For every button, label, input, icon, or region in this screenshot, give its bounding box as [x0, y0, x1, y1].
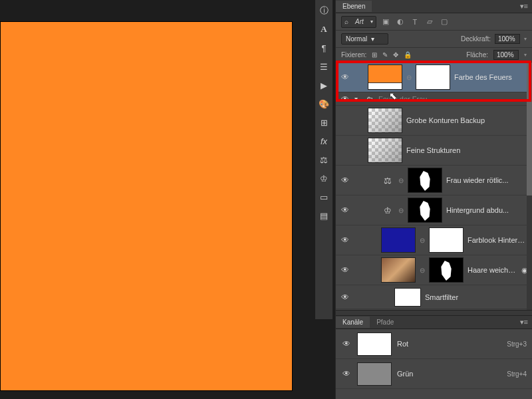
channel-name: Rot — [397, 340, 501, 348]
link-icon[interactable]: ⊖ — [420, 267, 425, 274]
palette-icon[interactable]: 🎨 — [317, 97, 331, 110]
panel-menu-icon[interactable]: ▾≡ — [516, 2, 532, 11]
stack-icon[interactable]: ▤ — [317, 209, 331, 222]
layer-name[interactable]: Frau wieder rötlic... — [446, 176, 528, 184]
channel-thumbnail[interactable] — [357, 332, 392, 356]
scales-icon[interactable]: ⚖ — [317, 153, 331, 166]
paragraph-icon[interactable]: ¶ — [317, 41, 331, 55]
visibility-icon[interactable]: 👁 — [340, 176, 350, 185]
filter-smart-icon[interactable]: ▢ — [439, 17, 450, 26]
link-icon[interactable]: ⊖ — [420, 237, 425, 244]
link-icon[interactable]: ⊖ — [406, 74, 412, 81]
link-icon[interactable]: ⊖ — [398, 177, 404, 184]
grid-icon[interactable]: ⊞ — [317, 116, 331, 129]
layer-row[interactable]: 👁 ⊖ Haare weichz... ◉ — [336, 255, 532, 285]
visibility-icon[interactable]: 👁 — [340, 265, 350, 275]
play-icon[interactable]: ▶ — [317, 78, 331, 92]
layer-thumbnail[interactable] — [381, 257, 416, 283]
balance-icon: ⚖ — [381, 176, 394, 186]
mask-thumbnail[interactable] — [429, 257, 464, 283]
layer-row[interactable]: 👁 ⚖ ⊖ Frau wieder rötlic... — [336, 166, 532, 196]
lock-transparency-icon[interactable]: ⊞ — [372, 51, 377, 59]
layer-thumbnail[interactable] — [381, 227, 416, 253]
layer-row[interactable]: 👁 ▾ 🗀 Feuer der Frau — [336, 92, 532, 106]
fill-label: Fläche: — [466, 51, 488, 59]
lock-row: Fixieren: ⊞ ✎ ✥ 🔒 Fläche: 100% ▾ — [336, 48, 532, 63]
fx-icon[interactable]: fx — [317, 134, 331, 148]
layer-thumbnail[interactable] — [368, 138, 402, 163]
mask-thumbnail[interactable] — [408, 198, 442, 223]
channel-row[interactable]: 👁 Grün Strg+4 — [336, 359, 532, 389]
layer-row[interactable]: Grobe Konturen Backup — [336, 106, 532, 136]
chevron-down-icon[interactable]: ▾ — [524, 36, 527, 42]
crown-icon[interactable]: ♔ — [317, 172, 331, 185]
link-icon[interactable]: ⊖ — [398, 207, 404, 214]
mask-thumbnail[interactable] — [416, 65, 450, 90]
layer-name[interactable]: Farblook Hintergr... — [467, 236, 528, 244]
blend-mode-select[interactable]: Normal ▾ — [341, 33, 388, 45]
doc-icon[interactable]: ▭ — [317, 190, 331, 203]
chevron-down-icon[interactable]: ▾ — [524, 52, 527, 58]
mask-thumbnail[interactable] — [429, 227, 464, 253]
channel-shortcut: Strg+3 — [507, 340, 527, 348]
channel-name: Grün — [397, 370, 501, 378]
visibility-icon[interactable]: 👁 — [340, 235, 350, 245]
curves-icon: ♔ — [381, 205, 394, 215]
channels-panel: Kanäle Pfade ▾≡ 👁 Rot Strg+3 👁 Grün Strg… — [336, 315, 532, 399]
layer-name[interactable]: Smartfilter — [425, 293, 528, 301]
channel-shortcut: Strg+4 — [507, 370, 527, 378]
mask-thumbnail[interactable] — [394, 288, 421, 307]
layer-row[interactable]: 👁 ⊖ Farblook Hintergr... — [336, 225, 532, 255]
chevron-down-icon: ▾ — [368, 19, 376, 25]
filter-image-icon[interactable]: ▣ — [380, 17, 391, 26]
opacity-input[interactable]: 100% — [495, 34, 520, 44]
tab-paths[interactable]: Pfade — [370, 317, 400, 328]
filter-shape-icon[interactable]: ▱ — [424, 17, 435, 26]
filter-adjust-icon[interactable]: ◐ — [395, 17, 406, 26]
chevron-down-icon[interactable]: ▾ — [354, 95, 362, 102]
layer-thumbnail[interactable] — [368, 65, 402, 90]
vertical-toolbar: ⓘ A ¶ ☰ ▶ 🎨 ⊞ fx ⚖ ♔ ▭ ▤ — [315, 0, 332, 319]
scrollbar[interactable] — [527, 63, 532, 315]
visibility-icon[interactable]: 👁 — [340, 293, 350, 302]
layer-name[interactable]: Feine Strukturen — [406, 146, 528, 154]
layer-thumbnail[interactable] — [368, 108, 402, 133]
filter-text-icon[interactable]: T — [410, 18, 420, 26]
lock-brush-icon[interactable]: ✎ — [382, 51, 388, 59]
layers-panel: Ebenen ▾≡ ⌕ Art ▾ ▣ ◐ T ▱ ▢ Normal ▾ Dec… — [335, 0, 532, 399]
layer-name[interactable]: Farbe des Feuers — [454, 73, 528, 81]
layer-row[interactable]: 👁 ⊖ Farbe des Feuers — [336, 63, 532, 92]
filter-toolbar: ⌕ Art ▾ ▣ ◐ T ▱ ▢ — [336, 13, 532, 31]
visibility-icon[interactable]: 👁 — [340, 205, 350, 215]
mask-thumbnail[interactable] — [408, 168, 442, 193]
layer-name[interactable]: Feuer der Frau — [378, 95, 528, 103]
channel-row[interactable]: 👁 Rot Strg+3 — [336, 329, 532, 359]
folder-icon: 🗀 — [366, 95, 374, 102]
info-icon[interactable]: ⓘ — [317, 4, 331, 17]
blend-row: Normal ▾ Deckkraft: 100% ▾ — [336, 31, 532, 48]
tab-channels[interactable]: Kanäle — [336, 317, 370, 328]
layer-list: 👁 ⊖ Farbe des Feuers 👁 ▾ 🗀 Feuer der Fra… — [336, 63, 532, 315]
layer-filter-select[interactable]: ⌕ Art ▾ — [341, 16, 376, 28]
layer-name[interactable]: Grobe Konturen Backup — [406, 116, 528, 124]
tab-bar: Ebenen ▾≡ — [336, 0, 532, 13]
lock-move-icon[interactable]: ✥ — [393, 51, 398, 59]
visibility-icon[interactable]: 👁 — [341, 339, 352, 348]
layer-name[interactable]: Hintergrund abdu... — [446, 206, 528, 214]
list-icon[interactable]: ☰ — [317, 60, 331, 73]
text-tool-icon[interactable]: A — [317, 23, 331, 36]
layer-name[interactable]: Haare weichz... — [467, 266, 517, 274]
channel-thumbnail[interactable] — [357, 362, 392, 386]
fill-input[interactable]: 100% — [493, 50, 519, 60]
panel-menu-icon[interactable]: ▾≡ — [516, 318, 532, 327]
tab-layers[interactable]: Ebenen — [336, 1, 372, 12]
visibility-icon[interactable]: 👁 — [341, 369, 352, 378]
canvas[interactable] — [0, 21, 293, 391]
layer-row[interactable]: Feine Strukturen — [336, 136, 532, 166]
opacity-label: Deckkraft: — [461, 35, 491, 43]
visibility-icon[interactable]: 👁 — [340, 72, 350, 82]
layer-row[interactable]: 👁 Smartfilter — [336, 285, 532, 309]
layer-row[interactable]: 👁 ♔ ⊖ Hintergrund abdu... — [336, 196, 532, 225]
visibility-icon[interactable]: 👁 — [340, 94, 350, 104]
lock-all-icon[interactable]: 🔒 — [404, 51, 412, 59]
